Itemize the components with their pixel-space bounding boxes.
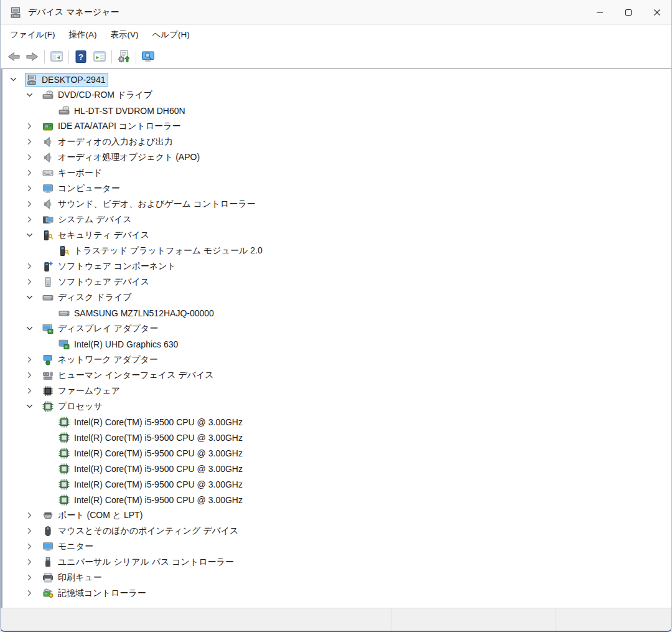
tree-item-content[interactable]: IDE ATA/ATAPI コントローラー (41, 120, 184, 133)
close-button[interactable] (643, 0, 671, 24)
tree-item-content[interactable]: HL-DT-ST DVDROM DH60N (57, 104, 189, 118)
tree-item[interactable]: モニター (2, 539, 671, 554)
tree-item[interactable]: ソフトウェア コンポーネント (2, 258, 671, 274)
tree-item-content[interactable]: キーボード (41, 166, 105, 180)
menu-view[interactable]: 表示(V) (104, 27, 146, 43)
chevron-right-icon[interactable] (25, 212, 41, 227)
tree-item-content[interactable]: サウンド、ビデオ、およびゲーム コントローラー (41, 197, 258, 211)
chevron-down-icon[interactable] (25, 399, 41, 414)
tree-item[interactable]: DVD/CD-ROM ドライブ (2, 87, 671, 103)
chevron-down-icon[interactable] (25, 290, 41, 305)
chevron-down-icon[interactable] (25, 321, 41, 336)
tree-item[interactable]: 記憶域コントローラー (2, 585, 671, 601)
tree-item[interactable]: IDE ATA/ATAPI コントローラー (2, 118, 671, 134)
tree-item-content[interactable]: Intel(R) Core(TM) i5-9500 CPU @ 3.00GHz (57, 493, 246, 507)
chevron-right-icon[interactable] (25, 570, 41, 585)
tree-item-content[interactable]: プロセッサ (41, 400, 106, 413)
tree-item-content[interactable]: セキュリティ デバイス (41, 229, 152, 242)
tree-item-content[interactable]: トラステッド プラットフォーム モジュール 2.0 (57, 244, 266, 258)
chevron-right-icon[interactable] (25, 274, 41, 290)
chevron-right-icon[interactable] (25, 196, 41, 212)
tree-item[interactable]: ディスプレイ アダプター (2, 321, 671, 336)
tree-item-content[interactable]: DVD/CD-ROM ドライブ (41, 88, 156, 102)
tree-item-content[interactable]: Intel(R) Core(TM) i5-9500 CPU @ 3.00GHz (57, 462, 246, 476)
chevron-right-icon[interactable] (25, 352, 41, 367)
tree-item-content[interactable]: ディスク ドライブ (41, 291, 135, 304)
chevron-right-icon[interactable] (25, 554, 41, 570)
tree-item[interactable]: Intel(R) UHD Graphics 630 (2, 336, 671, 352)
tree-item[interactable]: オーディオ処理オブジェクト (APO) (2, 149, 671, 165)
tree-item[interactable]: セキュリティ デバイス (2, 227, 671, 243)
tree-item-content[interactable]: Intel(R) Core(TM) i5-9500 CPU @ 3.00GHz (57, 431, 246, 445)
tree-item[interactable]: システム デバイス (2, 212, 671, 227)
tree-item[interactable]: ポート (COM と LPT) (2, 507, 671, 523)
chevron-right-icon[interactable] (25, 539, 41, 554)
tree-item-content[interactable]: ソフトウェア コンポーネント (41, 260, 179, 273)
chevron-right-icon[interactable] (25, 507, 41, 523)
chevron-right-icon[interactable] (25, 181, 41, 196)
tree-item[interactable]: サウンド、ビデオ、およびゲーム コントローラー (2, 196, 671, 212)
tree-item[interactable]: Intel(R) Core(TM) i5-9500 CPU @ 3.00GHz (2, 476, 671, 492)
tree-item-content[interactable]: オーディオの入力および出力 (41, 135, 176, 149)
chevron-right-icon[interactable] (25, 367, 41, 383)
chevron-down-icon[interactable] (25, 227, 41, 243)
tree-item-content[interactable]: SAMSUNG MZ7LN512HAJQ-00000 (57, 306, 217, 320)
tree-item-content[interactable]: ポート (COM と LPT) (41, 509, 146, 522)
chevron-down-icon[interactable] (9, 72, 25, 87)
tree-item[interactable]: Intel(R) Core(TM) i5-9500 CPU @ 3.00GHz (2, 492, 671, 507)
show-action-pane-button[interactable] (90, 47, 109, 66)
tree-item[interactable]: コンピューター (2, 181, 671, 196)
tree-item[interactable]: Intel(R) Core(TM) i5-9500 CPU @ 3.00GHz (2, 461, 671, 476)
tree-item-content[interactable]: Intel(R) UHD Graphics 630 (57, 337, 181, 351)
chevron-right-icon[interactable] (25, 118, 41, 134)
back-button[interactable] (4, 47, 23, 66)
chevron-right-icon[interactable] (25, 523, 41, 539)
minimize-button[interactable] (586, 0, 614, 24)
tree-item[interactable]: ユニバーサル シリアル バス コントローラー (2, 554, 671, 570)
help-button[interactable] (72, 47, 90, 66)
tree-item[interactable]: プロセッサ (2, 399, 671, 414)
tree-item-content[interactable]: ソフトウェア デバイス (41, 275, 152, 289)
tree-item[interactable]: Intel(R) Core(TM) i5-9500 CPU @ 3.00GHz (2, 445, 671, 461)
chevron-right-icon[interactable] (25, 134, 41, 149)
tree-item-content[interactable]: システム デバイス (41, 213, 135, 227)
tree-item-content[interactable]: ネットワーク アダプター (41, 353, 161, 367)
tree-item-content[interactable]: Intel(R) Core(TM) i5-9500 CPU @ 3.00GHz (57, 446, 246, 460)
chevron-down-icon[interactable] (25, 87, 41, 103)
tree-item[interactable]: ディスク ドライブ (2, 290, 671, 305)
selected-tree-item[interactable]: DESKTOP-2941 (25, 73, 108, 87)
tree-item[interactable]: オーディオの入力および出力 (2, 134, 671, 149)
tree-item-content[interactable]: ファームウェア (41, 384, 123, 398)
tree-item-content[interactable]: 印刷キュー (41, 571, 105, 585)
tree-item[interactable]: ソフトウェア デバイス (2, 274, 671, 290)
tree-item[interactable]: Intel(R) Core(TM) i5-9500 CPU @ 3.00GHz (2, 430, 671, 445)
tree-item-content[interactable]: 記憶域コントローラー (41, 587, 149, 600)
forward-button[interactable] (23, 47, 42, 66)
tree-item[interactable]: DESKTOP-2941 (2, 72, 671, 87)
tree-item-content[interactable]: ディスプレイ アダプター (41, 322, 161, 336)
chevron-right-icon[interactable] (25, 149, 41, 165)
tree-item[interactable]: ファームウェア (2, 383, 671, 399)
menu-help[interactable]: ヘルプ(H) (146, 27, 197, 43)
tree-item[interactable]: マウスとそのほかのポインティング デバイス (2, 523, 671, 539)
tree-item-content[interactable]: ヒューマン インターフェイス デバイス (41, 369, 217, 382)
tree-item[interactable]: HL-DT-ST DVDROM DH60N (2, 103, 671, 118)
tree-item[interactable]: 印刷キュー (2, 570, 671, 585)
maximize-button[interactable] (614, 0, 643, 24)
tree-item[interactable]: Intel(R) Core(TM) i5-9500 CPU @ 3.00GHz (2, 414, 671, 430)
tree-item-content[interactable]: Intel(R) Core(TM) i5-9500 CPU @ 3.00GHz (57, 478, 246, 491)
chevron-right-icon[interactable] (25, 383, 41, 399)
tree-item-content[interactable]: モニター (41, 540, 96, 554)
chevron-right-icon[interactable] (25, 585, 41, 601)
chevron-right-icon[interactable] (25, 165, 41, 181)
tree-item[interactable]: SAMSUNG MZ7LN512HAJQ-00000 (2, 305, 671, 321)
tree-item-content[interactable]: ユニバーサル シリアル バス コントローラー (41, 555, 237, 569)
chevron-right-icon[interactable] (25, 258, 41, 274)
menu-file[interactable]: ファイル(F) (3, 27, 62, 43)
device-monitor-button[interactable] (139, 47, 157, 66)
tree-item-content[interactable]: オーディオ処理オブジェクト (APO) (41, 151, 203, 164)
menu-action[interactable]: 操作(A) (62, 27, 104, 43)
tree-item[interactable]: トラステッド プラットフォーム モジュール 2.0 (2, 243, 671, 258)
tree-item[interactable]: ヒューマン インターフェイス デバイス (2, 367, 671, 383)
tree-item[interactable]: ネットワーク アダプター (2, 352, 671, 367)
